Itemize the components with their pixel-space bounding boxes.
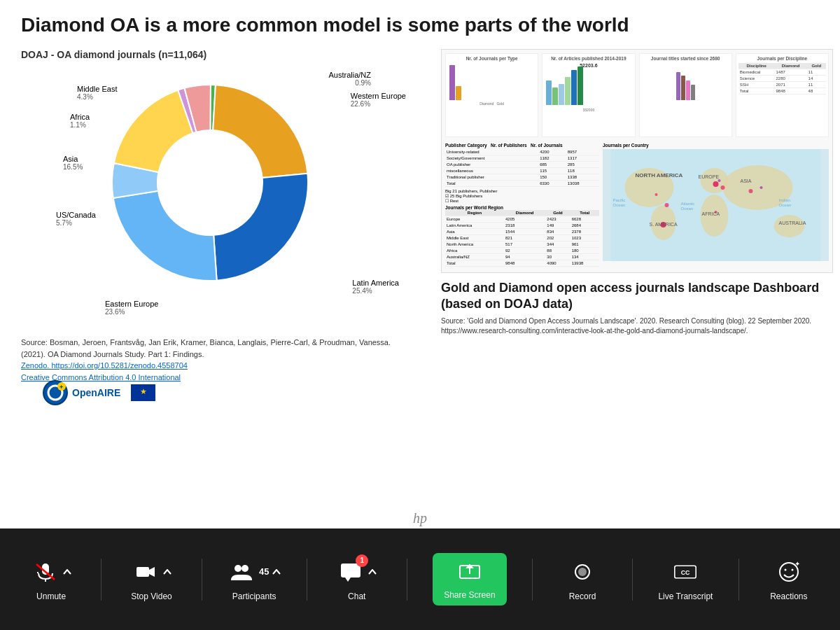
svg-marker-43	[345, 578, 351, 582]
svg-text:AFRICA: AFRICA	[702, 211, 720, 216]
svg-text:S. AMERICA: S. AMERICA	[650, 222, 678, 227]
region-label-asia: Asia 16.5%	[63, 155, 83, 171]
region-label-latam: Latin America 25.4%	[352, 279, 399, 295]
region-label-me: Middle East 4.3%	[77, 85, 117, 101]
stop-video-button[interactable]: Stop Video	[127, 558, 176, 601]
svg-text:Atlantic: Atlantic	[681, 202, 695, 206]
live-transcript-button[interactable]: CC Live Transcript	[658, 558, 713, 601]
chat-icon: 1	[337, 558, 365, 586]
svg-text:Pacific: Pacific	[613, 198, 626, 202]
slide-content: Diamond OA is a more common model is som…	[0, 0, 840, 528]
right-panel: Nr. of Journals per Type Diamond Gold Nr…	[441, 49, 833, 522]
region-label-us: US/Canada 5.7%	[56, 211, 96, 227]
svg-text:ASIA: ASIA	[741, 178, 752, 183]
openaire-text: OpenAIRE	[72, 387, 120, 398]
record-label: Record	[569, 592, 596, 601]
separator-3	[307, 559, 307, 601]
participants-icon	[227, 558, 255, 586]
reactions-label: Reactions	[770, 592, 807, 601]
articles-published-chart: Nr. of Articles published 2014-2019 5220…	[542, 53, 635, 137]
separator-5	[532, 559, 533, 601]
share-screen-label: Share Screen	[444, 590, 495, 600]
separator-4	[407, 559, 407, 601]
chat-label: Chat	[348, 592, 365, 601]
participants-chevron[interactable]	[272, 569, 281, 575]
chat-button[interactable]: 1 Chat	[332, 558, 382, 601]
bottom-row: Publisher Category Nr. of Publishers Nr.…	[442, 141, 832, 270]
donut-chart-container: Australia/NZ 0.9% Western Europe 22.6% L…	[98, 71, 350, 323]
svg-text:Ocean: Ocean	[681, 206, 694, 211]
svg-marker-39	[149, 567, 155, 577]
separator-2	[202, 559, 202, 601]
separator-6	[632, 559, 633, 601]
journals-per-discipline: Journals per Discipline DisciplineDiamon…	[736, 53, 829, 137]
mini-charts-row: Nr. of Journals per Type Diamond Gold Nr…	[442, 50, 832, 141]
svg-text:★: ★	[140, 387, 147, 396]
mic-icon	[31, 558, 59, 586]
svg-point-48	[578, 568, 587, 576]
record-icon	[568, 558, 596, 586]
journals-per-type-chart: Nr. of Journals per Type Diamond Gold	[445, 53, 538, 137]
svg-point-41	[241, 565, 248, 572]
logo-area: + OpenAIRE ★	[42, 379, 448, 406]
svg-point-16	[721, 186, 725, 190]
reactions-icon: ✦	[775, 558, 803, 586]
share-screen-button[interactable]: Share Screen	[433, 553, 506, 606]
record-button[interactable]: Record	[558, 558, 607, 601]
dashboard-source: Source: 'Gold and Diamond Open Access Jo…	[441, 316, 833, 336]
svg-point-15	[713, 181, 719, 187]
separator-7	[738, 559, 739, 601]
svg-rect-38	[136, 567, 149, 577]
svg-text:Indian: Indian	[779, 198, 790, 202]
video-icon	[132, 558, 160, 586]
svg-point-53	[791, 568, 793, 570]
unmute-button[interactable]: Unmute	[27, 558, 76, 601]
svg-text:+: +	[59, 384, 63, 391]
share-screen-icon	[456, 559, 484, 587]
world-map-svg: NORTH AMERICA S. AMERICA EUROPE AFRICA A…	[603, 149, 829, 261]
svg-point-40	[234, 565, 241, 572]
zenodo-link[interactable]: Zenodo. https://doi.org/10.5281/zenodo.4…	[21, 360, 406, 372]
svg-point-52	[784, 568, 786, 570]
eu-flag: ★	[131, 384, 155, 401]
svg-point-14	[655, 193, 658, 196]
region-label-africa: Africa 1.1%	[70, 113, 90, 129]
participants-button[interactable]: 45 Participants	[227, 558, 281, 601]
openaire-icon: +	[42, 379, 69, 406]
world-map: NORTH AMERICA S. AMERICA EUROPE AFRICA A…	[603, 149, 829, 261]
svg-point-17	[718, 179, 721, 182]
svg-point-19	[760, 186, 763, 189]
svg-text:AUSTRALIA: AUSTRALIA	[779, 220, 806, 225]
dashboard-title: Gold and Diamond open access journals la…	[441, 280, 833, 313]
live-transcript-label: Live Transcript	[658, 592, 713, 601]
unmute-chevron[interactable]	[63, 569, 71, 575]
svg-text:Ocean: Ocean	[613, 203, 626, 207]
separator-1	[101, 559, 102, 601]
chat-chevron[interactable]	[368, 569, 377, 575]
dashboard-mini: Nr. of Journals per Type Diamond Gold Nr…	[441, 49, 833, 273]
world-map-container: Journals per Country	[603, 143, 829, 268]
unmute-label: Unmute	[36, 592, 66, 601]
presentation-area: Diamond OA is a more common model is som…	[0, 0, 840, 528]
openaire-logo: + OpenAIRE	[42, 379, 120, 406]
svg-text:✦: ✦	[794, 561, 800, 568]
region-label-ee: Eastern Europe 23.6%	[105, 300, 158, 316]
svg-text:NORTH AMERICA: NORTH AMERICA	[636, 172, 683, 178]
svg-point-18	[749, 189, 753, 193]
left-panel: DOAJ - OA diamond journals (n=11,064) Au…	[21, 49, 427, 444]
eu-flag-icon: ★	[131, 384, 155, 401]
region-label-aunz: Australia/NZ 0.9%	[328, 71, 371, 87]
svg-text:Ocean: Ocean	[779, 203, 792, 207]
hp-watermark: hp	[413, 510, 427, 526]
reactions-button[interactable]: ✦ Reactions	[764, 558, 813, 601]
toolbar: Unmute Stop Video	[0, 528, 840, 630]
journal-titles-chart: Journal titles started since 2680	[639, 53, 732, 137]
publisher-tables: Publisher Category Nr. of Publishers Nr.…	[445, 143, 599, 268]
participants-count: 45	[259, 566, 269, 577]
video-chevron[interactable]	[163, 569, 172, 575]
doaj-label: DOAJ - OA diamond journals (n=11,064)	[21, 49, 427, 60]
chat-badge: 1	[356, 554, 368, 567]
stop-video-label: Stop Video	[131, 592, 172, 601]
svg-point-13	[665, 203, 669, 207]
svg-text:EUROPE: EUROPE	[699, 174, 720, 179]
